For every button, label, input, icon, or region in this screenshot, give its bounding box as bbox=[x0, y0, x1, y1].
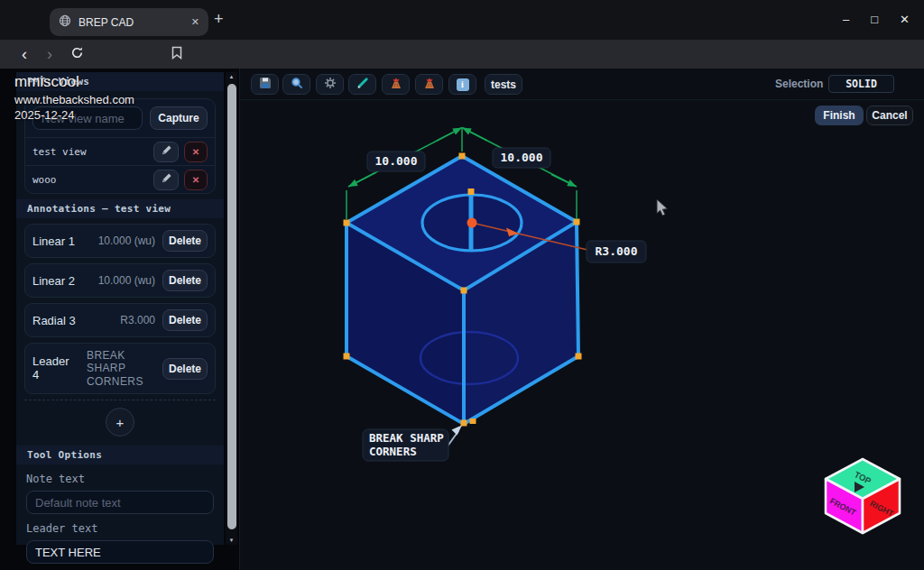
annotation-value: 10.000 (wu) bbox=[82, 274, 155, 287]
settings-tool-button[interactable] bbox=[316, 74, 344, 95]
view-row[interactable]: wooo ✕ bbox=[25, 165, 215, 193]
view-name: wooo bbox=[32, 174, 153, 186]
view-cube[interactable]: TOP FRONT RIGHT bbox=[822, 454, 903, 538]
new-view-name-input[interactable] bbox=[32, 106, 143, 130]
annotation-name: Linear 2 bbox=[32, 274, 75, 288]
note-text-input[interactable] bbox=[26, 491, 214, 514]
scroll-down-icon[interactable]: ▼ bbox=[226, 538, 237, 543]
selection-label: Selection bbox=[775, 78, 823, 90]
leader-text-input[interactable] bbox=[26, 540, 214, 564]
toolbar-separator bbox=[240, 99, 924, 100]
leader-arrowhead bbox=[452, 426, 463, 436]
top-hole-ellipse[interactable] bbox=[422, 195, 522, 251]
annotation-row[interactable]: Linear 2 10.000 (wu) Delete bbox=[24, 263, 216, 298]
cad-canvas[interactable]: i tests Selection SOLID Finish Cancel bbox=[239, 69, 924, 570]
radius-label: R3.000 bbox=[596, 244, 638, 258]
save-button[interactable] bbox=[251, 74, 279, 95]
annotation-name: Radial 3 bbox=[32, 314, 76, 327]
delete-view-button[interactable]: ✕ bbox=[184, 170, 208, 190]
view-name: test view bbox=[32, 146, 153, 158]
hidden-hole-ellipse bbox=[420, 332, 518, 384]
finish-button[interactable]: Finish bbox=[815, 106, 864, 125]
annotations-section-header: Annotations — test view bbox=[16, 199, 224, 218]
delete-view-button[interactable]: ✕ bbox=[184, 142, 208, 162]
volcano-tool-button-2[interactable] bbox=[415, 74, 443, 95]
info-tool-button[interactable]: i bbox=[448, 74, 476, 95]
tab-close-icon[interactable]: ✕ bbox=[191, 16, 199, 28]
volcano-icon bbox=[422, 77, 437, 93]
scrollbar-thumb[interactable] bbox=[227, 84, 236, 529]
delete-annotation-button[interactable]: Delete bbox=[162, 309, 208, 331]
search-tool-button[interactable] bbox=[282, 74, 310, 95]
floppy-disk-icon bbox=[259, 77, 272, 93]
svg-text:10.000: 10.000 bbox=[375, 154, 418, 168]
new-tab-button[interactable]: + bbox=[214, 10, 224, 29]
dim-label-left[interactable]: 10.000 bbox=[367, 152, 425, 171]
annotation-row[interactable]: Leader 4 BREAK SHARP CORNERS Delete bbox=[24, 343, 216, 394]
leader-text-label: Leader text bbox=[26, 522, 214, 535]
view-row[interactable]: test view ✕ bbox=[25, 137, 215, 165]
forward-icon[interactable]: › bbox=[47, 46, 52, 62]
close-icon: ✕ bbox=[192, 147, 199, 157]
leader-text-line2: CORNERS bbox=[369, 445, 417, 458]
sidebar-scrollbar[interactable]: ▲ ▼ bbox=[226, 72, 237, 545]
info-icon: i bbox=[457, 78, 469, 91]
gear-icon bbox=[324, 77, 337, 93]
tool-options-header: Tool Options bbox=[16, 446, 224, 464]
annotation-row[interactable]: Linear 1 10.000 (wu) Delete bbox=[24, 224, 216, 258]
globe-icon bbox=[59, 14, 71, 31]
browser-window: BREP CAD ✕ + – □ ✕ ‹ › http://localhost:… bbox=[0, 0, 924, 570]
leader-annotation[interactable]: BREAK SHARP CORNERS bbox=[363, 426, 462, 462]
browser-tab[interactable]: BREP CAD ✕ bbox=[50, 8, 208, 36]
bookmark-icon[interactable] bbox=[171, 46, 182, 62]
window-maximize-button[interactable]: □ bbox=[871, 14, 878, 25]
svg-text:10.000: 10.000 bbox=[501, 151, 543, 164]
leader-text-line1: BREAK SHARP bbox=[369, 431, 444, 445]
scroll-up-icon[interactable]: ▲ bbox=[226, 74, 237, 79]
edit-view-button[interactable] bbox=[153, 170, 179, 190]
pencil-tool-button[interactable] bbox=[348, 74, 376, 95]
window-minimize-button[interactable]: – bbox=[843, 14, 849, 25]
delete-annotation-button[interactable]: Delete bbox=[162, 270, 208, 291]
radial-arrowhead bbox=[506, 228, 519, 237]
annotation-value: 10.000 (wu) bbox=[82, 234, 155, 247]
sidebar: PMT: Views Capture test view ✕ wooo bbox=[16, 72, 224, 545]
reload-icon[interactable] bbox=[70, 46, 84, 62]
annotation-value: R3.000 bbox=[83, 314, 155, 326]
note-text-label: Note text bbox=[26, 473, 214, 485]
annotation-name: Leader 4 bbox=[32, 355, 74, 382]
dimension-labels[interactable]: 10.000 10.000 bbox=[367, 148, 550, 171]
pencil-icon bbox=[161, 144, 172, 159]
browser-tab-bar: BREP CAD ✕ + – □ ✕ bbox=[0, 0, 924, 40]
annotation-row[interactable]: Radial 3 R3.000 Delete bbox=[24, 303, 216, 337]
dim-label-right[interactable]: 10.000 bbox=[493, 148, 550, 168]
vertex-markers bbox=[344, 153, 582, 427]
radial-dimension[interactable]: R3.000 bbox=[467, 218, 647, 263]
close-icon: ✕ bbox=[192, 175, 199, 185]
add-annotation-button[interactable]: + bbox=[106, 408, 134, 437]
volcano-icon bbox=[389, 77, 403, 93]
window-close-button[interactable]: ✕ bbox=[900, 14, 910, 25]
views-panel: Capture test view ✕ wooo ✕ bbox=[24, 98, 216, 194]
app-root: PMT: Views Capture test view ✕ wooo bbox=[0, 69, 924, 570]
circle-center-point[interactable] bbox=[467, 218, 477, 228]
delete-annotation-button[interactable]: Delete bbox=[162, 358, 208, 380]
views-section-header: PMT: Views bbox=[16, 72, 224, 91]
selection-mode-value[interactable]: SOLID bbox=[828, 75, 894, 93]
tests-button[interactable]: tests bbox=[485, 74, 522, 95]
add-annotation-area: + bbox=[24, 400, 216, 446]
delete-annotation-button[interactable]: Delete bbox=[162, 230, 208, 252]
back-icon[interactable]: ‹ bbox=[22, 46, 27, 62]
edit-view-button[interactable] bbox=[153, 142, 179, 162]
browser-nav-bar: ‹ › http://localhost:5173 bbox=[0, 40, 924, 69]
annotation-value: BREAK SHARP CORNERS bbox=[87, 349, 155, 388]
pencil-icon bbox=[161, 172, 172, 187]
volcano-tool-button[interactable] bbox=[382, 74, 410, 95]
linear-dimensions[interactable] bbox=[346, 128, 577, 220]
cancel-button[interactable]: Cancel bbox=[866, 106, 913, 125]
cube-solid[interactable] bbox=[346, 156, 578, 424]
capture-button[interactable]: Capture bbox=[150, 106, 208, 130]
tab-title: BREP CAD bbox=[79, 16, 184, 29]
annotation-name: Linear 1 bbox=[32, 234, 75, 248]
pencil-icon bbox=[356, 77, 369, 93]
